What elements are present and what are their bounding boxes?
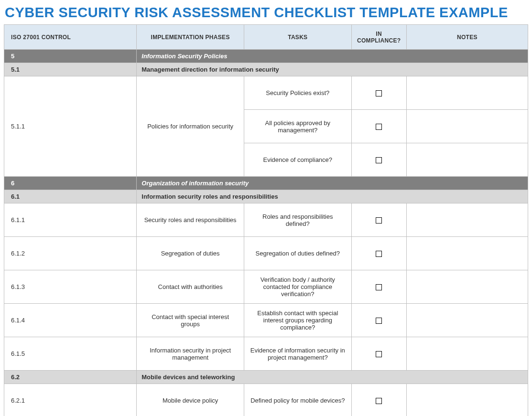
compliance-cell	[351, 203, 406, 237]
implementation-phase: Mobile device policy	[137, 384, 244, 416]
col-in-compliance: IN COMPLIANCE?	[351, 25, 406, 50]
implementation-phase: Information security in project manageme…	[137, 337, 244, 371]
col-notes: NOTES	[406, 25, 528, 50]
task-text: Evidence of information security in proj…	[244, 337, 351, 371]
col-implementation-phases: IMPLEMENTATION PHASES	[137, 25, 244, 50]
notes-cell[interactable]	[406, 237, 528, 270]
table-row: 6.2.1Mobile device policyDefined policy …	[4, 384, 528, 416]
compliance-cell	[351, 270, 406, 304]
compliance-cell	[351, 304, 406, 337]
section-id: 5.1	[4, 63, 137, 76]
control-id: 6.1.2	[4, 237, 137, 270]
compliance-checkbox[interactable]	[376, 318, 382, 324]
section-label: Management direction for information sec…	[137, 63, 528, 76]
subsection-header-row: 5.1Management direction for information …	[4, 63, 528, 76]
implementation-phase: Security roles and responsibilities	[137, 203, 244, 237]
compliance-checkbox[interactable]	[376, 398, 382, 404]
task-text: Defined policy for mobile devices?	[244, 384, 351, 416]
implementation-phase: Contact with authorities	[137, 270, 244, 304]
section-header-row: 6Organization of information security	[4, 177, 528, 190]
col-tasks: TASKS	[244, 25, 351, 50]
control-id: 6.1.5	[4, 337, 137, 371]
table-row: 6.1.3Contact with authoritiesVerificatio…	[4, 270, 528, 304]
section-id: 6	[4, 177, 137, 190]
compliance-cell	[351, 337, 406, 371]
table-row: 5.1.1Policies for information securitySe…	[4, 76, 528, 110]
control-id: 6.1.3	[4, 270, 137, 304]
implementation-phase: Contact with special interest groups	[137, 304, 244, 337]
checklist-table: ISO 27001 CONTROL IMPLEMENTATION PHASES …	[4, 24, 528, 416]
compliance-cell	[351, 76, 406, 110]
section-id: 5	[4, 50, 137, 63]
task-text: Evidence of compliance?	[244, 143, 351, 177]
subsection-header-row: 6.2Mobile devices and teleworking	[4, 371, 528, 384]
compliance-cell	[351, 237, 406, 270]
control-id: 6.2.1	[4, 384, 137, 416]
compliance-checkbox[interactable]	[376, 124, 382, 130]
notes-cell[interactable]	[406, 304, 528, 337]
section-id: 6.2	[4, 371, 137, 384]
compliance-checkbox[interactable]	[376, 157, 382, 163]
compliance-checkbox[interactable]	[376, 284, 382, 290]
compliance-cell	[351, 143, 406, 177]
task-text: Verification body / authority contacted …	[244, 270, 351, 304]
control-id: 6.1.1	[4, 203, 137, 237]
table-row: 6.1.2Segregation of dutiesSegregation of…	[4, 237, 528, 270]
notes-cell[interactable]	[406, 110, 528, 143]
notes-cell[interactable]	[406, 270, 528, 304]
section-label: Information security roles and responsib…	[137, 190, 528, 203]
compliance-checkbox[interactable]	[376, 251, 382, 257]
section-label: Organization of information security	[137, 177, 528, 190]
task-text: All policies approved by management?	[244, 110, 351, 143]
section-label: Mobile devices and teleworking	[137, 371, 528, 384]
col-iso-control: ISO 27001 CONTROL	[4, 25, 137, 50]
header-row: ISO 27001 CONTROL IMPLEMENTATION PHASES …	[4, 25, 528, 50]
control-id: 6.1.4	[4, 304, 137, 337]
table-row: 6.1.4Contact with special interest group…	[4, 304, 528, 337]
compliance-checkbox[interactable]	[376, 90, 382, 96]
section-label: Information Security Policies	[137, 50, 528, 63]
notes-cell[interactable]	[406, 143, 528, 177]
compliance-checkbox[interactable]	[376, 217, 382, 224]
table-row: 6.1.1Security roles and responsibilities…	[4, 203, 528, 237]
subsection-header-row: 6.1Information security roles and respon…	[4, 190, 528, 203]
notes-cell[interactable]	[406, 337, 528, 371]
table-row: 6.1.5Information security in project man…	[4, 337, 528, 371]
notes-cell[interactable]	[406, 76, 528, 110]
task-text: Roles and responsibilities defined?	[244, 203, 351, 237]
compliance-checkbox[interactable]	[376, 351, 382, 357]
page-title: CYBER SECURITY RISK ASSESSMENT CHECKLIST…	[5, 5, 528, 21]
control-id: 5.1.1	[4, 76, 137, 177]
section-header-row: 5Information Security Policies	[4, 50, 528, 63]
task-text: Segregation of duties defined?	[244, 237, 351, 270]
notes-cell[interactable]	[406, 203, 528, 237]
section-id: 6.1	[4, 190, 137, 203]
compliance-cell	[351, 110, 406, 143]
implementation-phase: Policies for information security	[137, 76, 244, 177]
implementation-phase: Segregation of duties	[137, 237, 244, 270]
compliance-cell	[351, 384, 406, 416]
notes-cell[interactable]	[406, 384, 528, 416]
task-text: Security Policies exist?	[244, 76, 351, 110]
task-text: Establish contact with special interest …	[244, 304, 351, 337]
